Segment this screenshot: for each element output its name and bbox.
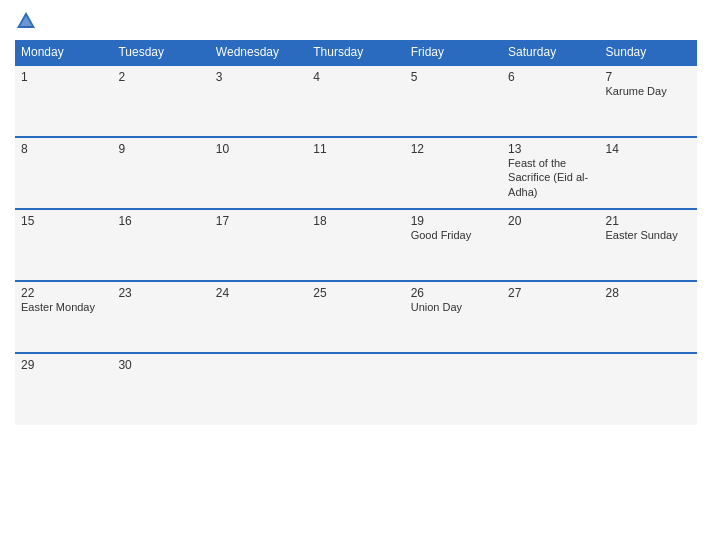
calendar-week-4: 2930 <box>15 353 697 425</box>
weekday-saturday: Saturday <box>502 40 599 65</box>
calendar-cell <box>502 353 599 425</box>
weekday-tuesday: Tuesday <box>112 40 209 65</box>
calendar-cell: 28 <box>600 281 697 353</box>
day-number: 6 <box>508 70 593 84</box>
weekday-thursday: Thursday <box>307 40 404 65</box>
day-number: 20 <box>508 214 593 228</box>
calendar-cell: 24 <box>210 281 307 353</box>
calendar-cell: 26Union Day <box>405 281 502 353</box>
page-header <box>15 10 697 32</box>
day-number: 3 <box>216 70 301 84</box>
calendar-cell <box>600 353 697 425</box>
calendar-cell: 13Feast of the Sacrifice (Eid al-Adha) <box>502 137 599 209</box>
day-number: 8 <box>21 142 106 156</box>
calendar-cell <box>307 353 404 425</box>
calendar-cell: 12 <box>405 137 502 209</box>
day-number: 30 <box>118 358 203 372</box>
calendar-cell: 9 <box>112 137 209 209</box>
day-number: 13 <box>508 142 593 156</box>
holiday-label: Union Day <box>411 301 462 313</box>
day-number: 2 <box>118 70 203 84</box>
calendar-week-0: 1234567Karume Day <box>15 65 697 137</box>
day-number: 14 <box>606 142 691 156</box>
calendar-cell: 14 <box>600 137 697 209</box>
day-number: 15 <box>21 214 106 228</box>
weekday-friday: Friday <box>405 40 502 65</box>
calendar-cell: 4 <box>307 65 404 137</box>
weekday-header-row: MondayTuesdayWednesdayThursdayFridaySatu… <box>15 40 697 65</box>
weekday-wednesday: Wednesday <box>210 40 307 65</box>
calendar-cell: 15 <box>15 209 112 281</box>
calendar-cell: 8 <box>15 137 112 209</box>
calendar-cell: 23 <box>112 281 209 353</box>
day-number: 7 <box>606 70 691 84</box>
holiday-label: Easter Monday <box>21 301 95 313</box>
holiday-label: Good Friday <box>411 229 472 241</box>
calendar-header: MondayTuesdayWednesdayThursdayFridaySatu… <box>15 40 697 65</box>
calendar-cell: 5 <box>405 65 502 137</box>
day-number: 16 <box>118 214 203 228</box>
holiday-label: Easter Sunday <box>606 229 678 241</box>
calendar-cell: 20 <box>502 209 599 281</box>
day-number: 25 <box>313 286 398 300</box>
day-number: 24 <box>216 286 301 300</box>
weekday-monday: Monday <box>15 40 112 65</box>
day-number: 12 <box>411 142 496 156</box>
calendar-cell: 22Easter Monday <box>15 281 112 353</box>
calendar-cell: 3 <box>210 65 307 137</box>
calendar-cell <box>405 353 502 425</box>
day-number: 18 <box>313 214 398 228</box>
calendar-cell: 25 <box>307 281 404 353</box>
day-number: 28 <box>606 286 691 300</box>
day-number: 11 <box>313 142 398 156</box>
logo-icon <box>15 10 37 32</box>
calendar-cell: 1 <box>15 65 112 137</box>
calendar-cell: 19Good Friday <box>405 209 502 281</box>
calendar-cell: 16 <box>112 209 209 281</box>
day-number: 21 <box>606 214 691 228</box>
calendar-cell: 17 <box>210 209 307 281</box>
calendar-cell: 29 <box>15 353 112 425</box>
day-number: 26 <box>411 286 496 300</box>
day-number: 27 <box>508 286 593 300</box>
calendar-cell: 30 <box>112 353 209 425</box>
day-number: 1 <box>21 70 106 84</box>
calendar-table: MondayTuesdayWednesdayThursdayFridaySatu… <box>15 40 697 425</box>
calendar-cell: 10 <box>210 137 307 209</box>
calendar-cell: 7Karume Day <box>600 65 697 137</box>
day-number: 23 <box>118 286 203 300</box>
day-number: 9 <box>118 142 203 156</box>
calendar-cell: 18 <box>307 209 404 281</box>
calendar-cell <box>210 353 307 425</box>
holiday-label: Karume Day <box>606 85 667 97</box>
logo <box>15 10 39 32</box>
day-number: 19 <box>411 214 496 228</box>
calendar-body: 1234567Karume Day8910111213Feast of the … <box>15 65 697 425</box>
day-number: 5 <box>411 70 496 84</box>
calendar-week-2: 1516171819Good Friday2021Easter Sunday <box>15 209 697 281</box>
day-number: 4 <box>313 70 398 84</box>
calendar-week-3: 22Easter Monday23242526Union Day2728 <box>15 281 697 353</box>
calendar-week-1: 8910111213Feast of the Sacrifice (Eid al… <box>15 137 697 209</box>
calendar-cell: 6 <box>502 65 599 137</box>
day-number: 29 <box>21 358 106 372</box>
calendar-cell: 27 <box>502 281 599 353</box>
day-number: 17 <box>216 214 301 228</box>
holiday-label: Feast of the Sacrifice (Eid al-Adha) <box>508 157 588 198</box>
calendar-cell: 11 <box>307 137 404 209</box>
calendar-cell: 21Easter Sunday <box>600 209 697 281</box>
day-number: 22 <box>21 286 106 300</box>
calendar-cell: 2 <box>112 65 209 137</box>
weekday-sunday: Sunday <box>600 40 697 65</box>
day-number: 10 <box>216 142 301 156</box>
